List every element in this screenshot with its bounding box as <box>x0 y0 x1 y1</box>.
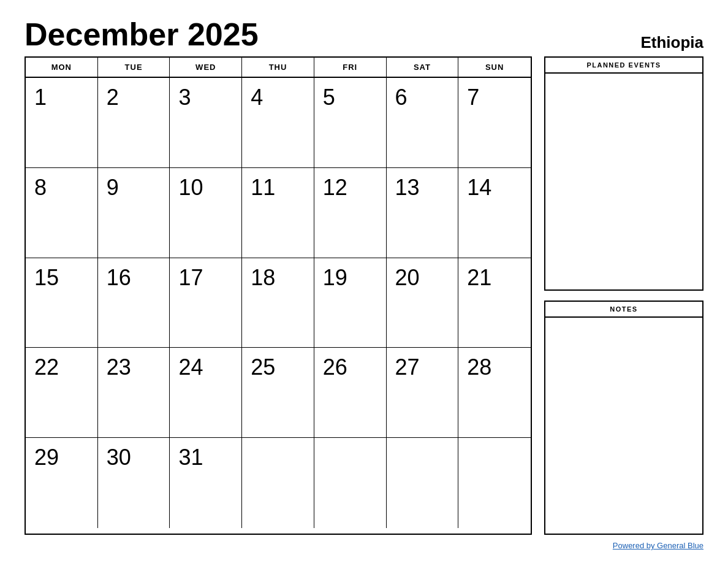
date-number: 21 <box>467 265 491 290</box>
day-header-fri: FRI <box>314 58 387 77</box>
calendar-cell: 27 <box>387 348 459 438</box>
month-title: December 2025 <box>25 18 259 50</box>
calendar-cell: 21 <box>458 258 531 348</box>
date-number: 19 <box>323 265 347 290</box>
main-content: MON TUE WED THU FRI SAT SUN 1 2 3 4 5 6 … <box>25 56 703 535</box>
calendar-cell: 16 <box>98 258 170 348</box>
calendar-cell-empty <box>314 438 387 528</box>
date-number: 13 <box>395 175 420 200</box>
date-number: 26 <box>323 354 347 380</box>
date-number: 9 <box>107 175 119 200</box>
notes-content <box>545 318 702 534</box>
calendar-cell-empty <box>242 438 314 528</box>
calendar-section: MON TUE WED THU FRI SAT SUN 1 2 3 4 5 6 … <box>25 56 532 535</box>
calendar-cell-empty <box>458 438 531 528</box>
calendar-cell: 9 <box>98 168 170 258</box>
date-number: 23 <box>107 354 131 380</box>
date-number: 31 <box>178 445 203 470</box>
calendar-cell: 25 <box>242 348 314 438</box>
sidebar: PLANNED EVENTS NOTES <box>544 56 703 535</box>
calendar-cell: 4 <box>242 78 314 168</box>
calendar-cell: 3 <box>170 78 242 168</box>
calendar-cell: 6 <box>387 78 459 168</box>
date-number: 5 <box>323 85 335 110</box>
calendar-cell: 14 <box>458 168 531 258</box>
day-header-thu: THU <box>242 58 314 77</box>
date-number: 22 <box>34 354 59 380</box>
date-number: 3 <box>178 85 191 110</box>
date-number: 24 <box>178 354 203 380</box>
notes-box: NOTES <box>544 301 703 535</box>
calendar-cell: 26 <box>314 348 387 438</box>
calendar-cell: 18 <box>242 258 314 348</box>
day-header-tue: TUE <box>98 58 170 77</box>
day-header-wed: WED <box>170 58 242 77</box>
calendar-cell: 28 <box>458 348 531 438</box>
calendar-cell-empty <box>387 438 459 528</box>
calendar-cell: 11 <box>242 168 314 258</box>
date-number: 28 <box>467 354 491 380</box>
header: December 2025 Ethiopia <box>25 18 703 50</box>
date-number: 6 <box>395 85 408 110</box>
date-number: 30 <box>107 445 131 470</box>
date-number: 25 <box>251 354 275 380</box>
planned-events-content <box>545 74 702 289</box>
footer: Powered by General Blue <box>25 540 703 551</box>
day-header-sun: SUN <box>458 58 531 77</box>
calendar-cell: 5 <box>314 78 387 168</box>
day-header-mon: MON <box>26 58 98 77</box>
date-number: 7 <box>467 85 479 110</box>
date-number: 11 <box>251 175 275 200</box>
date-number: 15 <box>34 265 59 290</box>
calendar-cell: 20 <box>387 258 459 348</box>
powered-by-link[interactable]: Powered by General Blue <box>613 541 703 550</box>
calendar-cell: 15 <box>26 258 98 348</box>
date-number: 10 <box>178 175 203 200</box>
date-number: 17 <box>178 265 203 290</box>
calendar-cell: 7 <box>458 78 531 168</box>
date-number: 8 <box>34 175 47 200</box>
date-number: 12 <box>323 175 347 200</box>
page-container: December 2025 Ethiopia MON TUE WED THU F… <box>25 18 703 551</box>
calendar-cell: 12 <box>314 168 387 258</box>
date-number: 14 <box>467 175 491 200</box>
calendar-cell: 8 <box>26 168 98 258</box>
day-header-sat: SAT <box>387 58 459 77</box>
planned-events-header: PLANNED EVENTS <box>545 58 702 74</box>
calendar-cell: 31 <box>170 438 242 528</box>
calendar-cell: 29 <box>26 438 98 528</box>
date-number: 2 <box>107 85 119 110</box>
calendar-cell: 30 <box>98 438 170 528</box>
date-number: 20 <box>395 265 420 290</box>
day-headers: MON TUE WED THU FRI SAT SUN <box>26 58 531 78</box>
country-title: Ethiopia <box>640 34 703 50</box>
calendar-cell: 17 <box>170 258 242 348</box>
calendar-cell: 24 <box>170 348 242 438</box>
calendar-cell: 2 <box>98 78 170 168</box>
date-number: 27 <box>395 354 420 380</box>
calendar-cell: 10 <box>170 168 242 258</box>
planned-events-box: PLANNED EVENTS <box>544 56 703 291</box>
calendar-cell: 1 <box>26 78 98 168</box>
date-number: 16 <box>107 265 131 290</box>
calendar-grid: 1 2 3 4 5 6 7 8 9 10 11 12 13 14 15 16 1… <box>26 78 531 528</box>
date-number: 4 <box>251 85 263 110</box>
calendar-cell: 23 <box>98 348 170 438</box>
date-number: 29 <box>34 445 59 470</box>
calendar-cell: 22 <box>26 348 98 438</box>
calendar-cell: 19 <box>314 258 387 348</box>
date-number: 18 <box>251 265 275 290</box>
date-number: 1 <box>34 85 47 110</box>
notes-header: NOTES <box>545 302 702 318</box>
calendar-cell: 13 <box>387 168 459 258</box>
